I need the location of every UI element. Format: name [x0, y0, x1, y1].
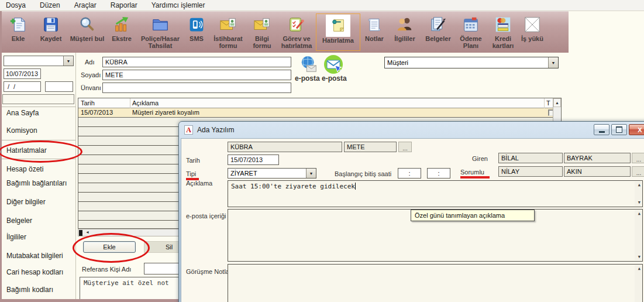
scroll-up-icon[interactable]: ▲	[638, 266, 640, 271]
aciklama-textarea[interactable]: Saat 15:00'te ziyarete gidilecek ▲▼	[228, 180, 643, 207]
sorumlu-name-field: NİLAY	[498, 166, 563, 177]
customer-type-value: Müşteri	[387, 59, 408, 66]
scroll-down-icon[interactable]: ▼	[638, 200, 640, 205]
toolbar-notlar-button[interactable]: Notlar	[360, 13, 388, 51]
note-pin-icon	[326, 15, 350, 37]
maximize-button[interactable]	[611, 124, 627, 135]
sidebar-item-hesap-ozeti[interactable]: Hesap özeti	[6, 164, 43, 174]
soyadi-field[interactable]: METE	[102, 70, 291, 80]
toolbar-police-hasar-button[interactable]: Poliçe/Hasar Tahsilat	[137, 13, 184, 51]
sidebar-date-mask-field[interactable]: / /	[4, 81, 41, 92]
tipi-select[interactable]: ZİYARET ▼	[228, 168, 316, 179]
table-row-selected[interactable]: 15/07/2013 Müşteri ziyareti koyalım	[78, 108, 553, 118]
eposta-label-1: e-posta	[295, 74, 320, 83]
chevron-down-icon[interactable]: ▼	[548, 57, 558, 68]
sms-phone-icon	[188, 14, 205, 35]
column-header-aciklama[interactable]: Açıklama	[132, 99, 159, 107]
scroll-up-icon[interactable]: ▲	[638, 211, 640, 216]
minimize-button[interactable]	[594, 124, 609, 135]
menu-bar: Dosya Düzen Araçlar Raporlar Yardımcı iş…	[0, 0, 644, 11]
dialog-titlebar[interactable]: A Ada Yazılım X	[179, 122, 644, 138]
sorumlu-surname-field: AKIN	[564, 166, 631, 177]
sidebar-filter-select[interactable]: ▼	[4, 56, 74, 66]
scrollbar-thumb[interactable]	[79, 230, 82, 236]
toolbar-istihbarat-formu-button[interactable]: İstihbarat formu	[209, 13, 247, 51]
scroll-up-icon[interactable]: ▲	[638, 183, 640, 187]
toolbar: Ekle Kaydet Müşteri bul Ekstre Poliçe/Ha…	[0, 11, 569, 53]
sidebar-wide-field[interactable]	[2, 94, 74, 104]
eposta-globe-icon[interactable]	[299, 55, 320, 75]
menu-raporlar[interactable]: Raporlar	[111, 1, 137, 9]
sidebar-item-belgeler[interactable]: Belgeler	[6, 215, 32, 226]
toolbar-label: SMS	[190, 36, 204, 43]
menu-yardimci-islemler[interactable]: Yardımcı işlemler	[151, 1, 205, 9]
textarea-scrollbar[interactable]: ▲▼	[635, 210, 642, 260]
customer-type-select[interactable]: Müşteri ▼	[384, 57, 559, 68]
sidebar-item-hatirlatmalar[interactable]: Hatırlatmalar	[6, 145, 47, 156]
toolbar-label: Görev ve hatırlatma	[278, 36, 315, 49]
toolbar-is-yuku-button[interactable]: İş yükü	[519, 13, 545, 51]
toolbar-kredi-kartlari-button[interactable]: Kredi kartları	[487, 13, 519, 51]
toolbar-ilgililer-button[interactable]: İlgililer	[388, 13, 421, 51]
toolbar-musteri-bul-button[interactable]: Müşteri bul	[68, 13, 106, 51]
gorusme-notlari-textarea[interactable]: ▲	[228, 264, 643, 302]
column-divider	[544, 98, 545, 108]
menu-duzen[interactable]: Düzen	[40, 1, 60, 9]
toolbar-label: İstihbarat formu	[211, 36, 246, 49]
textarea-scrollbar[interactable]: ▲▼	[635, 181, 642, 206]
toolbar-odeme-plani-button[interactable]: Ödeme Planı	[455, 13, 487, 51]
scroll-left-icon[interactable]: ◄	[85, 230, 89, 234]
toolbar-belgeler-button[interactable]: Belgeler	[421, 13, 455, 51]
sidebar-item-komisyon[interactable]: Komisyon	[6, 125, 37, 136]
toolbar-label: Hatırlatma	[322, 37, 354, 44]
sidebar-item-ana-sayfa[interactable]: Ana Sayfa	[6, 108, 39, 118]
toolbar-ekstre-button[interactable]: Ekstre	[106, 13, 137, 51]
sidebar-item-bagimli-baglantilari[interactable]: Bağımlı bağlantıları	[6, 178, 67, 188]
textarea-scrollbar[interactable]: ▲	[635, 265, 642, 302]
tipi-value: ZİYARET	[230, 170, 257, 177]
search-icon	[78, 14, 96, 35]
column-header-t[interactable]: T	[546, 99, 550, 107]
sidebar-small-field[interactable]	[45, 81, 73, 92]
saat-bitis-field[interactable]: :	[427, 168, 450, 179]
toolbar-kaydet-button[interactable]: Kaydet	[34, 13, 68, 51]
sidebar-item-ilgililer[interactable]: İlgililer	[6, 232, 26, 242]
eposta-send-icon[interactable]	[322, 53, 345, 76]
chevron-down-icon[interactable]: ▼	[63, 56, 73, 66]
toolbar-gorev-hatirlatma-button[interactable]: Görev ve hatırlatma	[277, 13, 316, 51]
unvani-field[interactable]	[102, 83, 291, 93]
sidebar-date-field[interactable]: 10/07/2013	[4, 68, 41, 79]
close-button[interactable]: X	[629, 124, 644, 135]
referans-kisi-adi-field[interactable]	[144, 263, 182, 274]
column-header-tarih[interactable]: Tarih	[81, 99, 95, 107]
toolbar-ekle-button[interactable]: Ekle	[2, 13, 34, 51]
tarih-field[interactable]: 15/07/2013	[228, 155, 279, 165]
giren-lookup-button[interactable]: ...	[632, 153, 644, 163]
menu-araclar[interactable]: Araçlar	[74, 1, 97, 9]
gorusme-notlari-label: Görüşme Notları	[186, 268, 233, 275]
sidebar-item-mutabakat-bilgileri[interactable]: Mutabakat bilgileri	[6, 250, 63, 261]
chevron-down-icon[interactable]: ▼	[306, 169, 316, 178]
scroll-down-icon[interactable]: ▼	[638, 255, 640, 259]
toolbar-sms-button[interactable]: SMS	[184, 13, 209, 51]
toolbar-hatirlatma-button[interactable]: Hatırlatma	[316, 13, 360, 51]
toolbar-bilgi-formu-button[interactable]: Bilgi formu	[247, 13, 277, 51]
sidebar-item-cari-hesap-kodlari[interactable]: Cari hesap kodları	[6, 267, 63, 277]
saat-baslangic-field[interactable]: :	[398, 168, 421, 179]
table-header: Tarih Açıklama T	[78, 98, 561, 108]
toolbar-label: Ekle	[12, 36, 25, 43]
folder-icon	[151, 14, 170, 35]
sidebar-item-diger-bilgiler[interactable]: Diğer bilgiler	[6, 197, 46, 207]
toolbar-label: Kaydet	[40, 36, 62, 43]
sidebar-item-bagimli-kodlari[interactable]: Bağımlı kodları	[6, 284, 53, 295]
toolbar-label: İş yükü	[521, 36, 543, 43]
ekle-button[interactable]: Ekle	[83, 241, 136, 253]
saat-label: Başlangıç bitiş saati	[335, 170, 391, 177]
adi-field[interactable]: KÜBRA	[102, 57, 291, 67]
dialog-title: Ada Yazılım	[197, 126, 235, 134]
sorumlu-lookup-button[interactable]: ...	[632, 166, 644, 177]
person-lookup-button[interactable]: ...	[398, 142, 412, 152]
task-clipboard-icon	[288, 14, 305, 35]
scroll-up-icon[interactable]: ▲	[553, 98, 561, 107]
menu-dosya[interactable]: Dosya	[6, 1, 26, 9]
